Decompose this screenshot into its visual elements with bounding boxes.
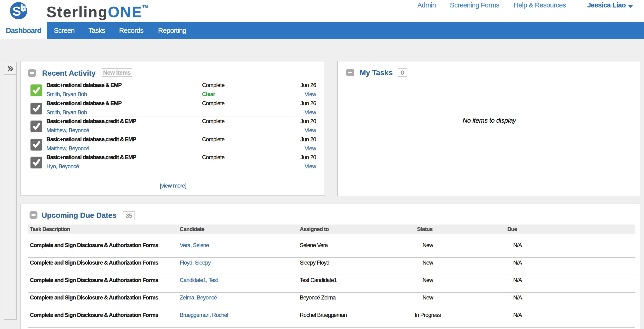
svg-text:S: S <box>12 4 21 18</box>
